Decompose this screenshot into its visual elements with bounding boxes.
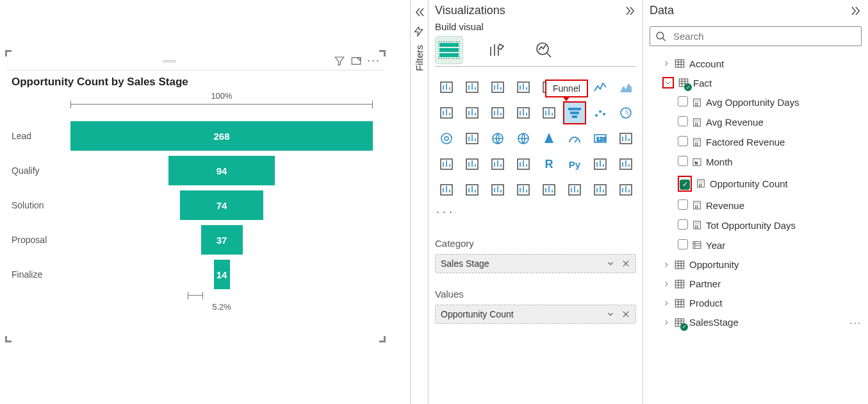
field-factored-revenue[interactable]: Factored Revenue xyxy=(650,132,862,152)
focus-mode-icon[interactable] xyxy=(350,55,362,67)
values-field-well[interactable]: Opportunity Count xyxy=(435,305,636,324)
filters-label[interactable]: Filters xyxy=(414,45,425,71)
table-product[interactable]: Product xyxy=(650,294,862,313)
chevron-right-icon[interactable] xyxy=(662,60,670,67)
viz-waterfall[interactable] xyxy=(537,101,561,124)
viz-area[interactable] xyxy=(614,76,637,99)
report-canvas[interactable]: ══ ··· Opportunity Count by Sales Stage … xyxy=(0,0,410,404)
field-year[interactable]: Year xyxy=(650,235,862,255)
funnel-row[interactable]: Qualify94 xyxy=(12,153,379,188)
field-checkbox[interactable] xyxy=(678,136,688,146)
collapse-left-icon[interactable] xyxy=(414,6,425,18)
viz-shape[interactable] xyxy=(589,178,612,201)
table-opportunity[interactable]: Opportunity xyxy=(650,255,862,274)
funnel-bar[interactable]: 74 xyxy=(180,190,263,220)
funnel-row[interactable]: Solution74 xyxy=(12,188,379,223)
viz-gauge[interactable] xyxy=(563,127,586,150)
chevron-down-icon[interactable] xyxy=(662,77,674,88)
funnel-bar[interactable]: 37 xyxy=(201,225,243,255)
funnel-row[interactable]: Lead268 xyxy=(12,119,379,153)
filter-pane-icon[interactable] xyxy=(414,26,425,37)
chevron-right-icon[interactable] xyxy=(662,280,670,288)
viz-stacked-bar-100[interactable] xyxy=(486,76,509,99)
table-account[interactable]: Account xyxy=(650,54,862,73)
field-checkbox[interactable] xyxy=(678,199,688,210)
viz-funnel[interactable]: Funnel xyxy=(563,101,586,124)
viz-power-automate[interactable] xyxy=(537,178,561,201)
viz-ribbon[interactable] xyxy=(512,101,535,124)
field-opportunity-count[interactable]: ✓Opportunity Count xyxy=(650,172,862,196)
viz-table[interactable] xyxy=(486,153,509,176)
viz-arcgis[interactable] xyxy=(614,178,637,201)
table-fact[interactable]: ✓Fact xyxy=(650,73,862,92)
expand-right-icon[interactable] xyxy=(625,5,636,17)
remove-field-icon[interactable] xyxy=(621,310,630,319)
expand-right-icon[interactable] xyxy=(850,5,862,17)
field-checkbox[interactable] xyxy=(678,116,688,126)
field-checkbox[interactable]: ✓ xyxy=(680,180,690,190)
viz-power-apps[interactable] xyxy=(563,178,586,201)
viz-decomposition-tree[interactable] xyxy=(614,153,637,176)
viz-treemap[interactable] xyxy=(461,127,484,150)
field-month[interactable]: fxMonth xyxy=(650,152,862,172)
viz-clustered-bar[interactable] xyxy=(461,76,484,99)
viz-donut[interactable] xyxy=(435,127,458,150)
fields-tree[interactable]: Account✓FactAvg Opportunity DaysAvg Reve… xyxy=(650,54,862,332)
more-options-icon[interactable]: ··· xyxy=(367,54,381,67)
remove-field-icon[interactable] xyxy=(621,259,630,268)
category-field-well[interactable]: Sales Stage xyxy=(435,254,636,273)
table-salesstage[interactable]: ✓SalesStage··· xyxy=(650,313,862,332)
field-checkbox[interactable] xyxy=(678,239,688,249)
viz-narrative[interactable] xyxy=(461,178,484,201)
field-avg-revenue[interactable]: Avg Revenue xyxy=(650,112,862,132)
viz-py-visual[interactable]: Py xyxy=(563,153,586,176)
chevron-right-icon[interactable] xyxy=(662,299,670,307)
viz-multi-row-card[interactable] xyxy=(614,127,637,150)
chevron-right-icon[interactable] xyxy=(662,319,670,326)
viz-r-visual[interactable]: R xyxy=(537,153,561,176)
funnel-visual-tile[interactable]: ══ ··· Opportunity Count by Sales Stage … xyxy=(6,51,384,341)
viz-map[interactable] xyxy=(486,127,509,150)
field-checkbox[interactable] xyxy=(678,96,688,106)
viz-matrix[interactable] xyxy=(512,153,535,176)
more-visuals-icon[interactable]: · · · xyxy=(435,201,636,223)
more-options-icon[interactable]: ··· xyxy=(849,317,862,328)
viz-slicer[interactable] xyxy=(461,153,484,176)
viz-qna[interactable] xyxy=(435,178,458,201)
chevron-right-icon[interactable] xyxy=(662,261,670,269)
viz-paginated[interactable] xyxy=(512,178,535,201)
drag-handle[interactable]: ══ xyxy=(10,56,329,66)
funnel-bar[interactable]: 14 xyxy=(214,260,230,289)
viz-key-influencers[interactable] xyxy=(589,153,612,176)
filters-collapsed-pane[interactable]: Filters xyxy=(410,0,428,404)
filter-icon[interactable] xyxy=(334,55,345,67)
field-revenue[interactable]: Revenue xyxy=(650,196,862,215)
viz-clustered-column[interactable] xyxy=(512,76,535,99)
viz-line[interactable] xyxy=(589,76,612,99)
field-checkbox[interactable] xyxy=(678,156,688,166)
viz-goals[interactable] xyxy=(486,178,509,201)
funnel-bar[interactable]: 268 xyxy=(70,121,373,151)
viz-scatter[interactable] xyxy=(589,101,612,124)
chevron-down-icon[interactable] xyxy=(606,310,615,319)
viz-azure-map[interactable] xyxy=(537,127,561,150)
build-tab[interactable] xyxy=(435,36,463,64)
funnel-row[interactable]: Proposal37 xyxy=(12,223,379,257)
field-avg-opportunity-days[interactable]: Avg Opportunity Days xyxy=(650,92,862,112)
visualization-picker[interactable]: Funnel123RPy xyxy=(435,76,636,201)
viz-line-clustered-column[interactable] xyxy=(486,101,509,124)
funnel-bar[interactable]: 94 xyxy=(168,156,275,185)
viz-pie[interactable] xyxy=(614,101,637,124)
chevron-down-icon[interactable] xyxy=(606,259,615,268)
funnel-row[interactable]: Finalize14 xyxy=(12,257,379,292)
analytics-tab[interactable] xyxy=(530,36,558,64)
search-input[interactable] xyxy=(650,26,862,46)
viz-line-stacked-column[interactable] xyxy=(461,101,484,124)
table-partner[interactable]: Partner xyxy=(650,274,862,294)
viz-card[interactable]: 123 xyxy=(589,127,612,150)
field-checkbox[interactable] xyxy=(678,219,688,230)
viz-stacked-area[interactable] xyxy=(435,101,458,124)
field-tot-opportunity-days[interactable]: Tot Opportunity Days xyxy=(650,215,862,235)
format-tab[interactable] xyxy=(482,36,511,64)
viz-kpi[interactable] xyxy=(435,153,458,176)
